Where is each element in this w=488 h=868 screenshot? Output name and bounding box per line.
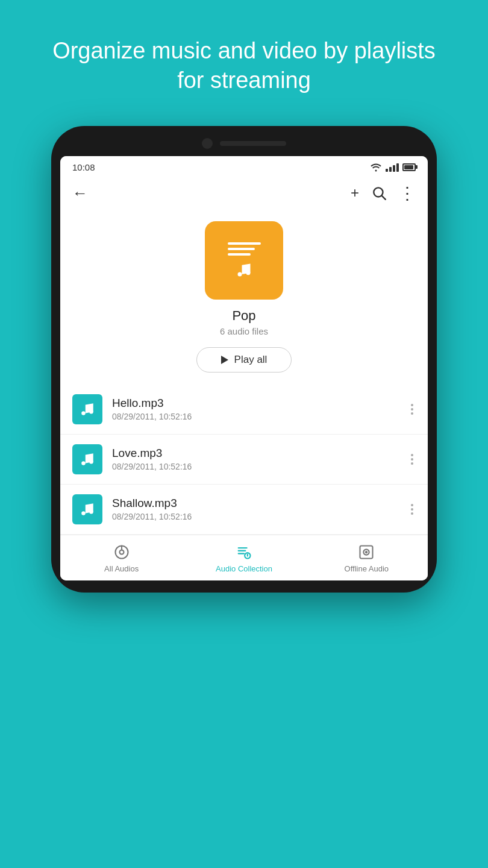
status-icons <box>370 162 416 172</box>
playlist-count: 6 audio files <box>220 326 268 336</box>
nav-item-all-audios[interactable]: All Audios <box>60 535 183 580</box>
audio-item[interactable]: Love.mp3 08/29/2011, 10:52:16 <box>60 435 428 485</box>
playlist-name: Pop <box>232 308 255 324</box>
audio-more-menu-0[interactable] <box>408 401 416 417</box>
audio-more-menu-1[interactable] <box>408 451 416 467</box>
phone-speaker <box>220 141 286 146</box>
offline-audio-icon <box>358 544 375 561</box>
svg-point-4 <box>81 411 86 415</box>
status-bar: 10:08 <box>60 156 428 177</box>
signal-icon <box>386 163 399 172</box>
music-note-icon <box>236 262 252 278</box>
audio-more-menu-2[interactable] <box>408 502 416 517</box>
svg-point-5 <box>89 410 93 414</box>
audio-filename-1: Love.mp3 <box>112 447 399 460</box>
battery-icon <box>402 163 416 171</box>
nav-item-offline-audio[interactable]: Offline Audio <box>305 535 428 580</box>
svg-line-1 <box>382 196 386 200</box>
all-audios-label: All Audios <box>104 564 139 573</box>
audio-list: Hello.mp3 08/29/2011, 10:52:16 <box>60 385 428 535</box>
status-time: 10:08 <box>72 162 95 172</box>
svg-point-3 <box>246 271 251 275</box>
toolbar-actions: + ⋮ <box>351 183 416 203</box>
wifi-icon <box>370 162 382 172</box>
audio-date-2: 08/29/2011, 10:52:16 <box>112 512 399 521</box>
audio-date-0: 08/29/2011, 10:52:16 <box>112 412 399 421</box>
audio-info-2: Shallow.mp3 08/29/2011, 10:52:16 <box>112 497 399 521</box>
audio-item[interactable]: Shallow.mp3 08/29/2011, 10:52:16 <box>60 485 428 535</box>
audio-date-1: 08/29/2011, 10:52:16 <box>112 462 399 471</box>
svg-point-7 <box>89 460 93 464</box>
svg-point-2 <box>238 272 242 276</box>
phone-screen: 10:08 <box>60 156 428 580</box>
audio-info-0: Hello.mp3 08/29/2011, 10:52:16 <box>112 397 399 421</box>
audio-collection-icon <box>236 544 252 561</box>
audio-thumb-1 <box>72 444 102 474</box>
tagline: Organize music and video by playlists fo… <box>0 0 488 126</box>
back-button[interactable]: ← <box>72 184 88 203</box>
playlist-lines <box>228 242 261 256</box>
svg-point-9 <box>89 510 93 514</box>
audio-item[interactable]: Hello.mp3 08/29/2011, 10:52:16 <box>60 385 428 435</box>
audio-filename-2: Shallow.mp3 <box>112 497 399 510</box>
toolbar: ← + ⋮ <box>60 177 428 209</box>
search-icon[interactable] <box>371 185 387 201</box>
play-triangle-icon <box>221 356 228 364</box>
audio-thumb-0 <box>72 394 102 424</box>
playlist-header: Pop 6 audio files Play all <box>60 209 428 385</box>
audio-collection-label: Audio Collection <box>216 564 272 573</box>
audio-info-1: Love.mp3 08/29/2011, 10:52:16 <box>112 447 399 471</box>
svg-point-8 <box>81 511 86 515</box>
music-file-icon <box>80 502 95 517</box>
phone-camera <box>202 138 213 149</box>
svg-point-6 <box>81 461 86 465</box>
audio-thumb-2 <box>72 494 102 524</box>
svg-point-19 <box>366 552 367 553</box>
play-all-button[interactable]: Play all <box>196 347 292 373</box>
music-file-icon <box>80 451 95 467</box>
all-audios-icon <box>113 544 130 561</box>
audio-filename-0: Hello.mp3 <box>112 397 399 410</box>
offline-audio-label: Offline Audio <box>345 564 389 573</box>
nav-item-audio-collection[interactable]: Audio Collection <box>183 535 305 580</box>
add-button[interactable]: + <box>351 184 359 201</box>
playlist-icon <box>205 221 283 300</box>
play-all-label: Play all <box>234 354 267 366</box>
music-file-icon <box>80 401 95 417</box>
bottom-nav: All Audios Audio Collection <box>60 535 428 580</box>
phone-mockup: 10:08 <box>51 126 437 593</box>
more-menu-button[interactable]: ⋮ <box>399 183 416 203</box>
